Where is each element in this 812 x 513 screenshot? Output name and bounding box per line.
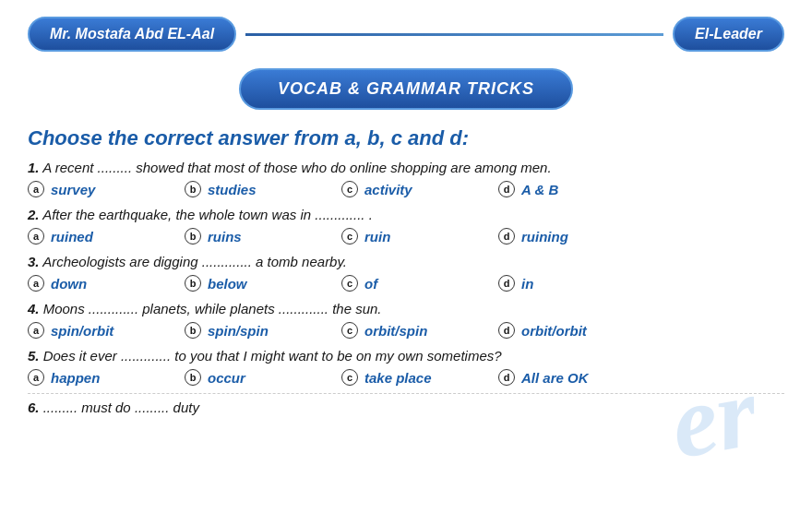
q5-a: a happen (28, 369, 185, 386)
q1-b: b studies (185, 181, 341, 197)
question-6-text: 6. ......... must do ......... duty (28, 398, 784, 417)
question-3-text: 3. Archeologists are digging ...........… (28, 252, 784, 271)
header-line (245, 33, 663, 36)
q4-answers: a spin/orbit b spin/spin c orbit/spin d … (28, 322, 784, 339)
q1-d: d A & B (498, 181, 655, 197)
question-4: 4. Moons ............. planets, while pl… (28, 299, 784, 339)
q4-b: b spin/spin (185, 322, 341, 339)
q5-b: b occur (185, 369, 341, 386)
q2-num: 2. (28, 207, 40, 222)
question-4-text: 4. Moons ............. planets, while pl… (28, 299, 784, 318)
title-bar: Vocab & Grammar Tricks (0, 68, 812, 110)
q1-a: a survey (28, 181, 185, 197)
right-badge: El-Leader (673, 17, 784, 52)
q3-c: c of (341, 275, 498, 292)
q1-c: c activity (341, 181, 498, 197)
q2-a: a ruined (28, 228, 185, 245)
question-5: 5. Does it ever ............. to you tha… (28, 346, 784, 386)
question-5-text: 5. Does it ever ............. to you tha… (28, 346, 784, 365)
q4-c: c orbit/spin (341, 322, 498, 339)
q2-d: d ruining (498, 228, 655, 245)
header: Mr. Mostafa Abd EL-Aal El-Leader (0, 0, 812, 61)
left-badge: Mr. Mostafa Abd EL-Aal (28, 17, 236, 52)
q5-c: c take place (341, 369, 498, 386)
q5-num: 5. (28, 348, 40, 364)
question-2-text: 2. After the earthquake, the whole town … (28, 205, 784, 224)
q3-a: a down (28, 275, 185, 292)
section-heading: Choose the correct answer from a, b, c a… (0, 126, 812, 158)
question-1-text: 1. A recent ......... showed that most o… (28, 158, 784, 177)
q2-b: b ruins (185, 228, 341, 245)
q6-num: 6. (28, 400, 40, 415)
q1-num: 1. (28, 160, 40, 175)
question-2: 2. After the earthquake, the whole town … (28, 205, 784, 245)
question-1: 1. A recent ......... showed that most o… (28, 158, 784, 197)
question-3: 3. Archeologists are digging ...........… (28, 252, 784, 292)
title-badge: Vocab & Grammar Tricks (239, 68, 573, 110)
q5-answers: a happen b occur c take place d All are … (28, 369, 784, 386)
q3-d: d in (498, 275, 655, 292)
q3-b: b below (185, 275, 341, 292)
q2-answers: a ruined b ruins c ruin d ruining (28, 228, 784, 245)
question-6-partial: 6. ......... must do ......... duty (28, 393, 784, 417)
q1-answers: a survey b studies c activity d A & B (28, 181, 784, 197)
q3-num: 3. (28, 254, 40, 269)
q4-num: 4. (28, 301, 40, 316)
q5-d: d All are OK (498, 369, 655, 386)
questions-container: 1. A recent ......... showed that most o… (0, 158, 812, 417)
q4-d: d orbit/orbit (498, 322, 655, 339)
q4-a: a spin/orbit (28, 322, 185, 339)
q3-answers: a down b below c of d in (28, 275, 784, 292)
q2-c: c ruin (341, 228, 498, 245)
